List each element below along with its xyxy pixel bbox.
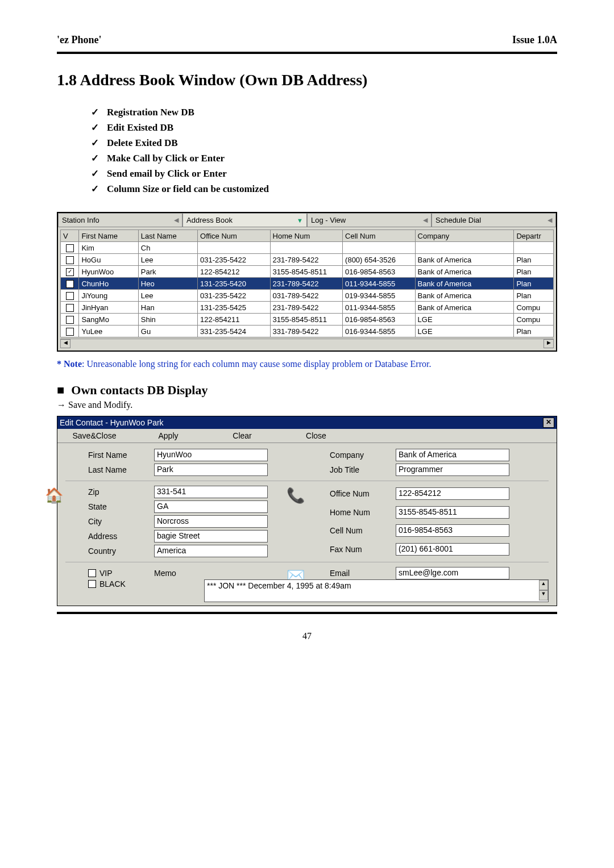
horizontal-scrollbar[interactable]: ◀ ▶ bbox=[60, 339, 554, 348]
col-cell[interactable]: Cell Num bbox=[343, 230, 416, 242]
col-first[interactable]: First Name bbox=[79, 230, 138, 242]
tab-address-book[interactable]: Address Book ▼ bbox=[182, 213, 307, 227]
table-cell[interactable] bbox=[61, 290, 79, 302]
table-row[interactable]: JinHyanHan131-235-5425231-789-5422011-93… bbox=[61, 302, 554, 314]
table-cell[interactable] bbox=[61, 266, 79, 278]
scroll-right-icon[interactable]: ▶ bbox=[544, 339, 554, 348]
tab-label: Address Book bbox=[186, 216, 233, 224]
col-dept[interactable]: Departr bbox=[514, 230, 554, 242]
table-cell: JinHyan bbox=[79, 302, 138, 314]
house-icon: 🏠 bbox=[45, 487, 63, 504]
table-cell: 031-235-5422 bbox=[198, 290, 271, 302]
table-cell: Park bbox=[138, 266, 197, 278]
label-company: Company bbox=[330, 450, 392, 460]
table-row[interactable]: SangMoShin122-8542113155-8545-8511016-98… bbox=[61, 314, 554, 326]
black-checkbox[interactable] bbox=[88, 580, 96, 588]
country-field[interactable]: America bbox=[154, 545, 268, 557]
job-title-field[interactable]: Programmer bbox=[396, 464, 509, 476]
tab-station-info[interactable]: Station Info ◀ bbox=[58, 213, 182, 227]
close-icon[interactable]: ✕ bbox=[543, 418, 554, 428]
apply-button[interactable]: Apply bbox=[131, 429, 205, 443]
clear-button[interactable]: Clear bbox=[205, 429, 279, 443]
row-checkbox[interactable] bbox=[66, 268, 74, 276]
table-row[interactable]: HyunWooPark122-8542123155-8545-8511016-9… bbox=[61, 266, 554, 278]
address-field[interactable]: bagie Street bbox=[154, 530, 268, 542]
vip-checkbox-row[interactable]: VIP bbox=[88, 569, 151, 578]
last-name-field[interactable]: Park bbox=[154, 464, 268, 476]
row-checkbox[interactable] bbox=[66, 316, 74, 324]
home-num-field[interactable]: 3155-8545-8511 bbox=[396, 506, 509, 519]
table-cell: HyunWoo bbox=[79, 266, 138, 278]
table-cell[interactable] bbox=[61, 254, 79, 266]
vip-checkbox[interactable] bbox=[88, 569, 96, 577]
tab-label: Schedule Dial bbox=[435, 216, 481, 224]
company-field[interactable]: Bank of America bbox=[396, 449, 509, 461]
feature-item: Registration New DB bbox=[91, 106, 557, 118]
table-row[interactable]: YuLeeGu331-235-5424331-789-5422016-9344-… bbox=[61, 326, 554, 337]
row-checkbox[interactable] bbox=[66, 304, 74, 312]
saveclose-button[interactable]: Save&Close bbox=[57, 429, 131, 443]
col-company[interactable]: Company bbox=[415, 230, 514, 242]
table-cell: (800) 654-3526 bbox=[343, 254, 416, 266]
scroll-up-icon[interactable]: ▲ bbox=[539, 580, 548, 590]
scroll-left-icon[interactable]: ◀ bbox=[60, 339, 70, 348]
col-office[interactable]: Office Num bbox=[198, 230, 271, 242]
col-last[interactable]: Last Name bbox=[138, 230, 197, 242]
table-row[interactable]: KimCh bbox=[61, 242, 554, 254]
memo-field[interactable]: *** JON *** December 4, 1995 at 8:49am ▲… bbox=[204, 579, 549, 602]
feature-item: Make Call by Click or Enter bbox=[91, 152, 557, 164]
email-field[interactable]: smLee@lge.com bbox=[396, 567, 509, 579]
table-cell: 122-854211 bbox=[198, 314, 271, 326]
table-cell: Compu bbox=[514, 302, 554, 314]
close-button[interactable]: Close bbox=[279, 429, 353, 443]
label-cell-num: Cell Num bbox=[330, 526, 392, 535]
table-cell: Lee bbox=[138, 290, 197, 302]
arrow-left-icon: ◀ bbox=[174, 216, 179, 224]
fax-num-field[interactable]: (201) 661-8001 bbox=[396, 543, 509, 556]
table-cell[interactable] bbox=[61, 278, 79, 290]
table-row[interactable]: ChunHoHeo131-235-5420231-789-5422011-934… bbox=[61, 278, 554, 290]
table-row[interactable]: HoGuLee031-235-5422231-789-5422(800) 654… bbox=[61, 254, 554, 266]
table-cell: 016-9854-8563 bbox=[343, 314, 416, 326]
feature-item: Column Size or field can be customized bbox=[91, 183, 557, 195]
label-fax-num: Fax Num bbox=[330, 545, 392, 554]
row-checkbox[interactable] bbox=[66, 256, 74, 264]
table-cell[interactable] bbox=[61, 302, 79, 314]
table-cell: Kim bbox=[79, 242, 138, 254]
row-checkbox[interactable] bbox=[66, 328, 74, 336]
table-cell: 331-789-5422 bbox=[270, 326, 343, 337]
memo-scrollbar[interactable]: ▲ ▼ bbox=[539, 580, 548, 600]
city-field[interactable]: Norcross bbox=[154, 515, 268, 528]
label-vip: VIP bbox=[99, 569, 113, 578]
row-checkbox[interactable] bbox=[66, 280, 74, 288]
scroll-down-icon[interactable]: ▼ bbox=[539, 590, 548, 600]
table-row[interactable]: JiYoungLee031-235-5422031-789-5422019-93… bbox=[61, 290, 554, 302]
tab-schedule-dial[interactable]: Schedule Dial ◀ bbox=[432, 213, 556, 227]
label-email: Email bbox=[330, 569, 392, 578]
table-cell: YuLee bbox=[79, 326, 138, 337]
table-cell[interactable] bbox=[61, 242, 79, 254]
label-city: City bbox=[88, 517, 151, 526]
col-check[interactable]: V bbox=[61, 230, 79, 242]
zip-field[interactable]: 331-541 bbox=[154, 486, 268, 498]
table-cell: Plan bbox=[514, 278, 554, 290]
col-home[interactable]: Home Num bbox=[270, 230, 343, 242]
row-checkbox[interactable] bbox=[66, 244, 74, 252]
table-cell: Bank of America bbox=[415, 290, 514, 302]
black-checkbox-row[interactable]: BLACK bbox=[88, 579, 201, 589]
row-checkbox[interactable] bbox=[66, 292, 74, 300]
first-name-field[interactable]: HyunWoo bbox=[154, 449, 268, 461]
table-cell: 031-789-5422 bbox=[270, 290, 343, 302]
table-cell: 331-235-5424 bbox=[198, 326, 271, 337]
table-cell[interactable] bbox=[61, 314, 79, 326]
page-header: 'ez Phone' Issue 1.0A bbox=[57, 34, 557, 46]
cell-num-field[interactable]: 016-9854-8563 bbox=[396, 524, 509, 537]
tab-log-view[interactable]: Log - View ◀ bbox=[307, 213, 432, 227]
contacts-table[interactable]: V First Name Last Name Office Num Home N… bbox=[60, 229, 554, 337]
label-zip: Zip bbox=[88, 487, 151, 496]
table-cell[interactable] bbox=[61, 326, 79, 337]
section-title: 1.8 Address Book Window (Own DB Address) bbox=[57, 71, 557, 89]
memo-text: *** JON *** December 4, 1995 at 8:49am bbox=[207, 581, 351, 590]
office-num-field[interactable]: 122-854212 bbox=[396, 487, 509, 500]
state-field[interactable]: GA bbox=[154, 500, 268, 513]
